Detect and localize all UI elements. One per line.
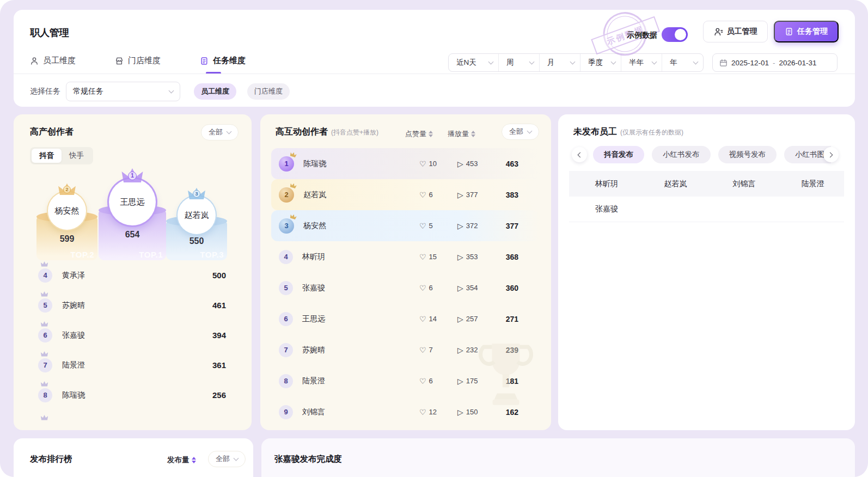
sort-by-publish-count[interactable]: 发布量 <box>167 455 196 465</box>
date-separator: - <box>773 59 775 67</box>
sort-by-plays[interactable]: 播放量 <box>448 129 475 139</box>
task-filter-row: 选择任务 常规任务 员工维度 门店维度 <box>30 82 290 101</box>
scroll-left-button[interactable] <box>572 147 587 162</box>
sort-icon <box>429 131 433 137</box>
likes-stat: ♡5 <box>419 222 433 230</box>
task-select-label: 选择任务 <box>30 87 60 96</box>
sort-icon <box>192 457 196 463</box>
plays-stat: ▷257 <box>457 315 478 323</box>
page-title: 职人管理 <box>30 26 69 39</box>
card-subtitle: (抖音点赞+播放) <box>331 129 378 136</box>
document-icon <box>785 27 793 36</box>
filter-all-select[interactable]: 全部 <box>502 124 539 140</box>
creator-value: 394 <box>212 331 226 340</box>
rank-badge: 6 <box>279 312 293 326</box>
crown-icon: 3 <box>187 187 206 202</box>
list-item: 6 张嘉骏 394 <box>30 320 235 350</box>
channel-pills: 抖音发布 小红书发布 视频号发布 小红书图文 <box>593 146 831 163</box>
card-title: 高互动创作者(抖音点赞+播放) <box>276 126 378 138</box>
task-select[interactable]: 常规任务 <box>66 82 180 101</box>
sort-by-likes[interactable]: 点赞量 <box>405 129 433 139</box>
channel-tab-xiaohongshu[interactable]: 小红书发布 <box>652 146 711 163</box>
play-icon: ▷ <box>457 222 463 230</box>
heart-icon: ♡ <box>419 222 426 230</box>
employee-name: 赵若岚 <box>638 179 706 189</box>
filter-all-select[interactable]: 全部 <box>208 451 246 467</box>
task-mgmt-label: 任务管理 <box>797 27 828 36</box>
plays-stat: ▷353 <box>457 253 478 261</box>
chevron-down-icon <box>488 59 494 64</box>
creator-name: 林昕玥 <box>302 252 325 262</box>
chevron-down-icon <box>529 59 535 64</box>
channel-tab-shipinhao[interactable]: 视频号发布 <box>718 146 777 163</box>
date-range-picker[interactable]: 2025-12-01 - 2026-01-31 <box>712 53 838 72</box>
plays-stat: ▷377 <box>457 191 478 199</box>
period-filter-lastndays[interactable]: 近N天 <box>449 54 499 71</box>
list-item: 7 陆景澄 361 <box>30 350 235 380</box>
productive-creators-card: 高产创作者 全部 抖音 快手 2 杨安然 599 TOP.2 <box>14 114 252 430</box>
rank-badge: 5 <box>38 298 52 313</box>
sample-data-toggle-label: 示例数据 <box>627 30 657 40</box>
rank-number: 3 <box>193 190 200 198</box>
creator-name: 陈瑞骁 <box>303 159 326 169</box>
pill-store-dimension[interactable]: 门店维度 <box>247 83 290 100</box>
top-label: TOP.2 <box>70 250 94 259</box>
likes-stat: ♡6 <box>419 284 433 292</box>
filter-all-select[interactable]: 全部 <box>201 124 239 140</box>
total-value: 377 <box>506 222 518 230</box>
employee-mgmt-button[interactable]: 员工管理 <box>703 21 768 42</box>
publish-ranking-card: 发布排行榜 发布量 全部 <box>14 438 253 477</box>
total-value: 360 <box>506 284 518 292</box>
unpublished-employees-card: 未发布员工(仅展示有任务的数据) 抖音发布 小红书发布 视频号发布 小红书图文 … <box>558 114 855 430</box>
employee-name: 陆景澄 <box>775 179 844 189</box>
crown-icon <box>289 151 297 158</box>
tab-store-dimension[interactable]: 门店维度 <box>115 56 161 66</box>
pill-employee-dimension[interactable]: 员工维度 <box>194 83 236 100</box>
publish-completion-card: 张嘉骏发布完成度 <box>261 438 855 477</box>
sample-data-toggle[interactable] <box>662 27 688 42</box>
filter-all-label: 全部 <box>209 127 223 137</box>
period-filter-month[interactable]: 月 <box>540 54 580 71</box>
creator-rank-list: 4 黄承泽 500 5 苏婉晴 461 6 张嘉骏 394 7 陆景澄 361 … <box>30 260 235 410</box>
play-icon: ▷ <box>457 346 463 354</box>
store-icon <box>115 57 124 65</box>
card-title: 张嘉骏发布完成度 <box>274 454 342 465</box>
play-icon: ▷ <box>457 253 463 261</box>
creator-value: 550 <box>166 236 227 246</box>
rank-badge: 4 <box>279 250 293 264</box>
likes-stat: ♡10 <box>419 160 437 168</box>
rank-number: 1 <box>128 172 137 180</box>
document-icon <box>200 57 209 65</box>
channel-tab-douyin[interactable]: 抖音发布 <box>593 146 644 163</box>
table-row: 3 杨安然 ♡5 ▷372 377 <box>271 210 540 241</box>
crown-icon <box>40 414 48 421</box>
tab-task-dimension[interactable]: 任务维度 <box>200 56 246 66</box>
heart-icon: ♡ <box>419 408 426 417</box>
tab-employee-dimension[interactable]: 员工维度 <box>30 56 76 66</box>
period-filter-year[interactable]: 年 <box>662 54 703 71</box>
likes-stat: ♡12 <box>419 408 437 417</box>
creator-name: 杨安然 <box>55 206 80 216</box>
filter-all-label: 全部 <box>216 454 230 464</box>
scroll-right-button[interactable] <box>823 147 839 162</box>
total-value: 368 <box>506 253 518 261</box>
chevron-down-icon <box>693 59 699 64</box>
play-icon: ▷ <box>457 284 463 292</box>
rank-badge: 9 <box>279 405 293 419</box>
crown-icon <box>289 182 297 189</box>
interaction-creators-card: 高互动创作者(抖音点赞+播放) 点赞量 播放量 全部 1 陈瑞骁 ♡10 ▷45… <box>260 114 551 430</box>
toggle-knob <box>675 29 686 40</box>
date-start: 2025-12-01 <box>731 59 769 67</box>
creator-value: 461 <box>212 301 226 310</box>
rank-badge: 2 <box>279 187 294 203</box>
period-filter-week[interactable]: 周 <box>499 54 540 71</box>
crown-icon <box>40 381 48 387</box>
crown-icon <box>40 321 48 327</box>
table-row: 6 王思远 ♡14 ▷257 271 <box>271 303 540 334</box>
table-row: 张嘉骏 <box>569 197 844 222</box>
task-mgmt-button[interactable]: 任务管理 <box>774 21 839 42</box>
creator-name: 陈瑞骁 <box>62 390 85 400</box>
tab-label: 员工维度 <box>43 56 76 66</box>
chevron-down-icon <box>227 129 232 134</box>
plays-stat: ▷372 <box>457 222 478 230</box>
